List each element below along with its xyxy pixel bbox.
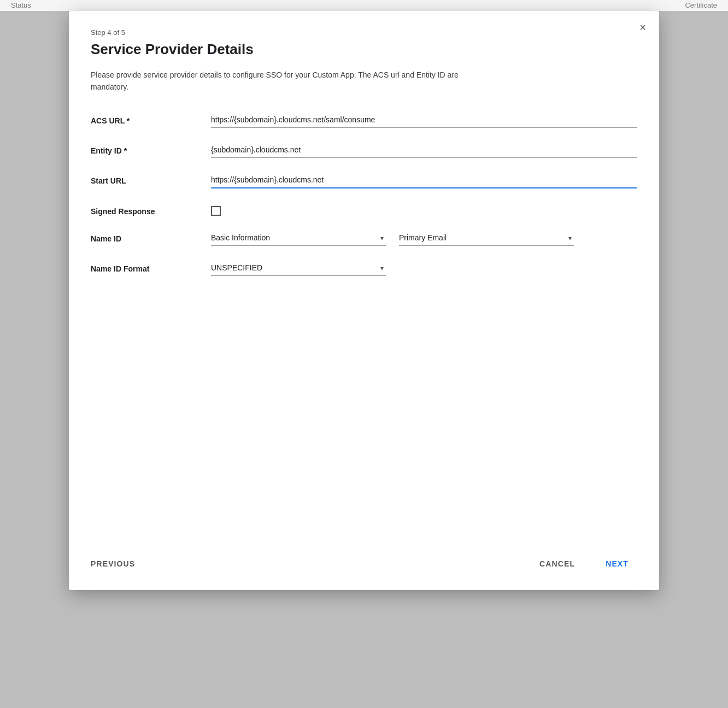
page-wrapper: Status Certificate × Step 4 of 5 Service…	[0, 0, 728, 708]
step-label: Step 4 of 5	[91, 28, 637, 37]
acs-url-field	[211, 113, 637, 128]
next-button[interactable]: NEXT	[597, 555, 637, 573]
dialog: × Step 4 of 5 Service Provider Details P…	[69, 11, 659, 590]
name-id-format-row: Name ID Format UNSPECIFIED ▾	[91, 261, 637, 276]
certificate-bg-text: Certificate	[685, 1, 717, 10]
start-url-label: Start URL	[91, 173, 211, 185]
start-url-input[interactable]	[211, 173, 637, 188]
signed-response-label: Signed Response	[91, 204, 211, 216]
entity-id-row: Entity ID *	[91, 143, 637, 158]
dialog-title: Service Provider Details	[91, 41, 637, 58]
dialog-description: Please provide service provider details …	[91, 69, 473, 93]
dialog-footer: PREVIOUS CANCEL NEXT	[91, 538, 637, 573]
acs-url-row: ACS URL *	[91, 113, 637, 128]
entity-id-label: Entity ID *	[91, 143, 211, 155]
name-id-format-label: Name ID Format	[91, 261, 211, 273]
previous-button[interactable]: PREVIOUS	[91, 555, 135, 573]
acs-url-label: ACS URL *	[91, 113, 211, 125]
name-id-select1[interactable]: Basic Information	[211, 231, 386, 246]
name-id-field: Basic Information ▾ Primary Email ▾	[211, 231, 637, 246]
status-bg-text: Status	[11, 1, 31, 10]
entity-id-input[interactable]	[211, 143, 637, 158]
footer-right: CANCEL NEXT	[531, 555, 637, 573]
signed-response-row: Signed Response	[91, 204, 637, 216]
acs-url-input[interactable]	[211, 113, 637, 128]
name-id-select2-wrapper: Primary Email ▾	[399, 231, 574, 246]
checkbox-wrapper	[211, 204, 637, 216]
start-url-row: Start URL	[91, 173, 637, 188]
form-section: ACS URL * Entity ID * Start URL	[91, 113, 637, 538]
name-id-selects-row: Basic Information ▾ Primary Email ▾	[211, 231, 637, 246]
name-id-format-select[interactable]: UNSPECIFIED	[211, 261, 386, 276]
name-id-row: Name ID Basic Information ▾ Primary Emai…	[91, 231, 637, 246]
signed-response-checkbox[interactable]	[211, 206, 221, 216]
start-url-field	[211, 173, 637, 188]
name-id-label: Name ID	[91, 231, 211, 243]
close-button[interactable]: ×	[639, 22, 646, 33]
name-id-format-field: UNSPECIFIED ▾	[211, 261, 637, 276]
background-header: Status Certificate	[0, 0, 728, 11]
name-id-select1-wrapper: Basic Information ▾	[211, 231, 386, 246]
signed-response-field	[211, 204, 637, 216]
cancel-button[interactable]: CANCEL	[531, 555, 584, 573]
name-id-select2[interactable]: Primary Email	[399, 231, 574, 246]
entity-id-field	[211, 143, 637, 158]
name-id-format-select-wrapper: UNSPECIFIED ▾	[211, 261, 386, 276]
